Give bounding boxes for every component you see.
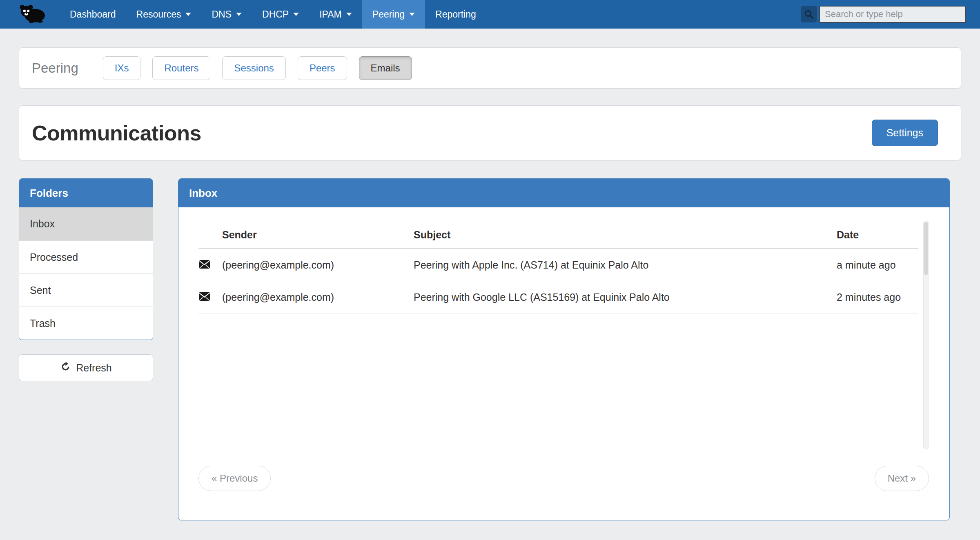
email-sender: (peering@example.com) xyxy=(222,249,414,281)
caret-down-icon xyxy=(236,13,242,16)
nav-item[interactable]: Resources xyxy=(126,0,202,29)
folders-panel-header: Folders xyxy=(19,179,153,207)
peering-subnav-panel: Peering IXs Routers Sessions Peers Email… xyxy=(19,47,961,89)
nav-item-label: Reporting xyxy=(435,9,476,20)
folder-item-label: Processed xyxy=(30,251,78,263)
caret-down-icon xyxy=(185,13,191,16)
email-subject: Peering with Apple Inc. (AS714) at Equin… xyxy=(414,249,837,281)
refresh-icon xyxy=(60,361,71,375)
peering-tab[interactable]: Sessions xyxy=(222,56,285,80)
peering-tab-label: Peers xyxy=(310,62,335,73)
inbox-panel: Inbox Sender Subject Date xyxy=(178,178,950,520)
email-list-scrollbar[interactable] xyxy=(923,221,929,449)
peering-tab-label: Sessions xyxy=(234,62,274,73)
email-row[interactable]: (peering@example.com) Peering with Apple… xyxy=(198,249,918,281)
pagination: « Previous Next » xyxy=(198,466,929,491)
folder-item[interactable]: Processed xyxy=(19,240,153,273)
caret-down-icon xyxy=(346,13,352,16)
search-input[interactable] xyxy=(819,6,966,23)
communications-header-panel: Communications Settings xyxy=(19,105,961,160)
subnav-title: Peering xyxy=(32,60,78,76)
email-sender: (peering@example.com) xyxy=(222,281,414,313)
folder-item-label: Trash xyxy=(30,318,56,329)
peering-tab[interactable]: Emails xyxy=(359,56,412,80)
peering-tab-label: Emails xyxy=(371,62,400,73)
nav-item-label: Resources xyxy=(136,9,181,20)
nav-item[interactable]: IPAM xyxy=(309,0,362,29)
email-subject: Peering with Google LLC (AS15169) at Equ… xyxy=(414,281,837,313)
brand-logo[interactable] xyxy=(0,0,60,29)
envelope-icon xyxy=(198,292,210,303)
nav-item-label: DHCP xyxy=(262,9,289,20)
nav-item[interactable]: Reporting xyxy=(425,0,486,29)
envelope-icon xyxy=(198,260,210,271)
folder-item[interactable]: Sent xyxy=(19,273,153,307)
caret-down-icon xyxy=(293,13,299,16)
folder-item-label: Sent xyxy=(30,284,51,296)
nav-item-label: IPAM xyxy=(319,9,342,20)
email-table-wrap: Sender Subject Date xyxy=(198,221,929,449)
subject-column-header: Subject xyxy=(414,221,837,249)
folder-item[interactable]: Trash xyxy=(19,307,153,340)
top-navbar: Dashboard Resources DNS DHCP IPAM Peerin… xyxy=(0,0,980,29)
peering-tab[interactable]: Routers xyxy=(152,56,210,80)
peering-tab-label: Routers xyxy=(164,62,198,73)
nav-item[interactable]: DNS xyxy=(201,0,252,29)
main-menu: Dashboard Resources DNS DHCP IPAM Peerin… xyxy=(60,0,486,29)
panda-logo-icon xyxy=(19,4,46,24)
refresh-button[interactable]: Refresh xyxy=(19,354,153,381)
peering-tab[interactable]: IXs xyxy=(103,56,141,80)
inbox-body: Sender Subject Date xyxy=(178,207,949,520)
nav-item-label: DNS xyxy=(212,9,232,20)
peering-tab[interactable]: Peers xyxy=(298,56,347,80)
nav-item[interactable]: Peering xyxy=(362,0,425,29)
peering-tabs: IXs Routers Sessions Peers Emails xyxy=(103,56,424,80)
folders-sidebar: Folders Inbox Processed Sent Trash xyxy=(19,178,153,381)
main-content: Folders Inbox Processed Sent Trash xyxy=(19,178,950,520)
icon-column-header xyxy=(198,221,222,249)
email-table-header-row: Sender Subject Date xyxy=(198,221,918,249)
folders-panel: Folders Inbox Processed Sent Trash xyxy=(19,178,153,340)
caret-down-icon xyxy=(409,13,415,16)
nav-item-label: Peering xyxy=(372,9,405,20)
date-column-header: Date xyxy=(837,221,918,249)
sender-column-header: Sender xyxy=(222,221,414,249)
nav-item-label: Dashboard xyxy=(70,9,116,20)
folder-list: Inbox Processed Sent Trash xyxy=(19,207,153,340)
inbox-panel-header: Inbox xyxy=(178,179,949,207)
scrollbar-thumb[interactable] xyxy=(924,222,928,275)
email-rows: (peering@example.com) Peering with Apple… xyxy=(198,249,918,313)
settings-button[interactable]: Settings xyxy=(872,120,938,146)
folder-item-label: Inbox xyxy=(30,218,55,229)
page-title: Communications xyxy=(32,121,201,145)
search-icon[interactable] xyxy=(801,6,817,22)
email-table: Sender Subject Date xyxy=(198,221,918,313)
refresh-label: Refresh xyxy=(76,362,112,374)
email-icon-cell xyxy=(198,281,222,313)
global-search xyxy=(801,0,966,29)
peering-tab-label: IXs xyxy=(115,62,129,73)
email-row[interactable]: (peering@example.com) Peering with Googl… xyxy=(198,281,918,313)
next-page-button[interactable]: Next » xyxy=(875,466,929,491)
folder-item[interactable]: Inbox xyxy=(19,207,153,240)
email-date: 2 minutes ago xyxy=(837,281,918,313)
email-date: a minute ago xyxy=(837,249,918,281)
nav-item[interactable]: Dashboard xyxy=(60,0,126,29)
previous-page-button[interactable]: « Previous xyxy=(198,466,271,491)
email-icon-cell xyxy=(198,249,222,281)
nav-item[interactable]: DHCP xyxy=(252,0,309,29)
